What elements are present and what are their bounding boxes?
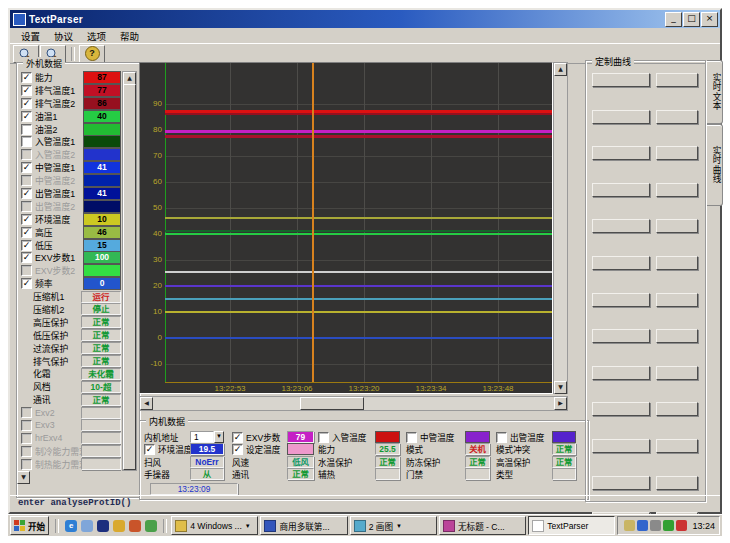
curve-slot-value[interactable] <box>656 183 698 197</box>
antivirus-icon[interactable] <box>663 520 674 531</box>
indoor-value-box <box>375 468 400 480</box>
checkbox[interactable]: ✓ <box>21 278 32 289</box>
chart-scroll-down-icon[interactable]: ▼ <box>554 381 567 394</box>
checkbox[interactable]: ✓ <box>232 444 243 455</box>
show-desktop-icon[interactable] <box>81 520 93 532</box>
checkbox[interactable] <box>406 432 417 443</box>
curve-slot-button[interactable] <box>592 366 650 380</box>
checkbox[interactable] <box>21 459 32 470</box>
chart-hscroll-thumb[interactable] <box>300 397 364 410</box>
curve-slot-value[interactable] <box>656 366 698 380</box>
checkbox[interactable] <box>496 432 507 443</box>
checkbox[interactable] <box>21 265 32 276</box>
chevron-down-icon[interactable]: ▼ <box>396 523 402 529</box>
task-button-label: 无标题 - C... <box>458 520 505 532</box>
taskbar-group-windows[interactable]: 4 Windows ...▼ <box>171 516 258 535</box>
ie-icon[interactable]: e <box>65 520 77 532</box>
messenger-icon[interactable] <box>637 520 648 531</box>
checkbox[interactable] <box>21 446 32 457</box>
taskbar-group-paint[interactable]: 2 画图▼ <box>350 516 437 535</box>
checkbox[interactable] <box>21 420 32 431</box>
curve-slot-button[interactable] <box>592 293 650 307</box>
checkbox[interactable] <box>21 201 32 212</box>
security-icon[interactable] <box>129 520 141 532</box>
checkbox[interactable] <box>21 124 32 135</box>
checkbox[interactable]: ✓ <box>21 162 32 173</box>
volume-icon[interactable] <box>650 520 661 531</box>
checkbox[interactable]: ✓ <box>21 72 32 83</box>
curve-slot-button[interactable] <box>592 256 650 270</box>
checkbox[interactable]: ✓ <box>21 111 32 122</box>
explorer-icon[interactable] <box>145 520 157 532</box>
curve-slot-button[interactable] <box>592 73 650 87</box>
chart-scroll-right-icon[interactable]: ▶ <box>554 397 567 410</box>
curve-slot-value[interactable] <box>656 256 698 270</box>
menu-item-3[interactable]: 帮助 <box>113 28 146 44</box>
taskbar-word-doc[interactable]: 商用多联第... <box>260 516 347 535</box>
curve-slot-value[interactable] <box>656 219 698 233</box>
curve-slot-button[interactable] <box>592 219 650 233</box>
checkbox[interactable]: ✓ <box>21 85 32 96</box>
restore-button[interactable]: □ <box>683 12 700 27</box>
menu-item-1[interactable]: 协议 <box>47 28 80 44</box>
language-indicator-icon[interactable] <box>624 520 635 531</box>
checkbox[interactable] <box>21 136 32 147</box>
chart-scroll-left-icon[interactable]: ◀ <box>140 397 153 410</box>
media-player-icon[interactable] <box>97 520 109 532</box>
download-manager-icon[interactable] <box>676 520 687 531</box>
checkbox[interactable] <box>21 407 32 418</box>
checkbox[interactable]: ✓ <box>21 214 32 225</box>
chevron-down-icon[interactable]: ▼ <box>214 431 224 443</box>
chart-vertical-scrollbar[interactable]: ▲ ▼ <box>553 62 568 394</box>
curve-slot-value[interactable] <box>656 110 698 124</box>
curve-slot-button[interactable] <box>592 439 650 453</box>
outdoor-panel-scrollbar[interactable]: ▲ <box>122 71 137 471</box>
checkbox[interactable]: ✓ <box>21 188 32 199</box>
side-tab-0[interactable]: 实时文本 <box>707 60 723 124</box>
checkbox[interactable]: ✓ <box>21 240 32 251</box>
checkbox[interactable]: ✓ <box>232 432 243 443</box>
menu-item-2[interactable]: 选项 <box>80 28 113 44</box>
curve-slot-button[interactable] <box>592 402 650 416</box>
curve-slot-button[interactable] <box>592 183 650 197</box>
curve-slot-button[interactable] <box>592 476 650 490</box>
time-cursor-line[interactable] <box>312 63 314 382</box>
taskbar-textparser[interactable]: TextParser <box>528 516 615 535</box>
checkbox[interactable]: ✓ <box>21 227 32 238</box>
checkbox[interactable] <box>21 149 32 160</box>
chevron-down-icon[interactable]: ▼ <box>245 523 251 529</box>
taskbar: 开始 e 4 Windows ...▼商用多联第...2 画图▼无标题 - C.… <box>8 514 722 536</box>
task-button-label: TextParser <box>547 521 588 531</box>
curve-slot-value[interactable] <box>656 73 698 87</box>
help-button[interactable]: ? <box>79 45 105 63</box>
checkbox[interactable]: ✓ <box>21 252 32 263</box>
scrollbar-thumb[interactable] <box>123 84 136 470</box>
curve-slot-value[interactable] <box>656 293 698 307</box>
checkbox[interactable] <box>21 175 32 186</box>
checkbox[interactable] <box>21 433 32 444</box>
close-button[interactable]: × <box>701 12 718 27</box>
curve-slot-value[interactable] <box>656 402 698 416</box>
curve-slot-button[interactable] <box>592 146 650 160</box>
menu-item-0[interactable]: 设置 <box>14 28 47 44</box>
curve-slot-value[interactable] <box>656 329 698 343</box>
checkbox[interactable]: ✓ <box>21 98 32 109</box>
checkbox[interactable]: ✓ <box>144 444 155 455</box>
checkbox[interactable] <box>318 432 329 443</box>
row-label: 制冷能力需求 <box>35 445 81 458</box>
chart-scroll-up-icon[interactable]: ▲ <box>554 63 567 76</box>
outlook-icon[interactable] <box>113 520 125 532</box>
curve-slot-value[interactable] <box>656 439 698 453</box>
start-button[interactable]: 开始 <box>10 516 49 535</box>
curve-slot-value[interactable] <box>656 146 698 160</box>
indoor-address-dropdown[interactable]: 1▼ <box>190 431 224 443</box>
chart-plot-area[interactable]: 9080706050403020100-1013:22:5313:23:0613… <box>139 62 553 394</box>
scroll-down-icon[interactable]: ▼ <box>17 471 30 484</box>
chart-horizontal-scrollbar[interactable]: ◀ ▶ <box>139 396 568 411</box>
minimize-button[interactable]: _ <box>665 12 682 27</box>
curve-slot-button[interactable] <box>592 329 650 343</box>
side-tab-1[interactable]: 实时曲线 <box>707 124 723 206</box>
taskbar-untitled-doc[interactable]: 无标题 - C... <box>439 516 526 535</box>
curve-slot-button[interactable] <box>592 110 650 124</box>
curve-slot-value[interactable] <box>656 476 698 490</box>
